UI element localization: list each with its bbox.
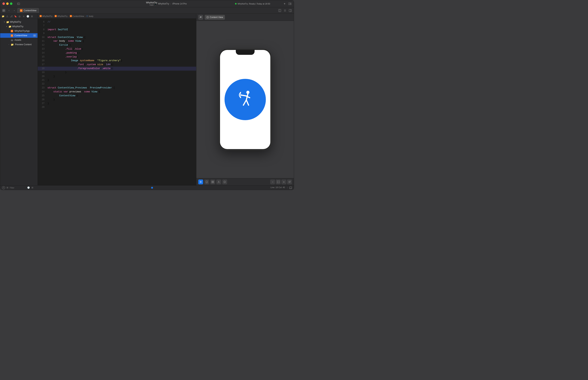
svg-text:i: i <box>225 181 225 183</box>
branch-icon[interactable]: ⎇ <box>10 15 13 18</box>
device-name: iPhone 14 Pro <box>172 2 187 5</box>
chevron-down-icon-2: ▾ <box>5 25 8 28</box>
zoom-in-button[interactable]: + <box>282 179 286 184</box>
iphone-screen <box>220 50 270 149</box>
filter-input[interactable] <box>10 186 25 190</box>
code-line-15: 15 .overlay( <box>38 55 196 59</box>
svg-marker-27 <box>201 181 201 182</box>
chevron-right-icon: › <box>8 43 10 46</box>
sidebar-item-assets[interactable]: ▾ 🗂 Assets <box>0 38 38 42</box>
titlebar-left-icons <box>17 2 20 5</box>
code-line-8: 8 import SwiftUI <box>38 28 196 32</box>
code-line-18: 18 .foregroundColor(.white)| <box>38 67 196 71</box>
history-icon[interactable]: 🕐 <box>26 15 29 18</box>
maximize-button[interactable] <box>10 2 12 5</box>
code-line-13: 13 .fill(.blue) <box>38 47 196 51</box>
titlebar: WhyNotTry main 📱 WhyNotTry › iPhone 14 P… <box>0 0 294 7</box>
svg-line-22 <box>243 100 246 105</box>
split-editor-icon[interactable] <box>278 8 282 13</box>
sidebar-item-app-label: WhyNotTryApp <box>15 30 30 32</box>
svg-rect-33 <box>213 182 214 183</box>
svg-rect-2 <box>288 3 290 5</box>
sidebar-item-assets-label: Assets <box>15 39 21 41</box>
zoom-reset-button[interactable] <box>287 179 292 184</box>
main-window: WhyNotTry main 📱 WhyNotTry › iPhone 14 P… <box>0 0 294 190</box>
tab-bar: S ContentView <box>18 8 39 13</box>
code-editor[interactable]: 6 // 7 8 import SwiftUI 9 <box>38 19 196 185</box>
list-view-icon[interactable] <box>283 8 287 13</box>
preview-bottom-left: i <box>198 179 227 184</box>
svg-point-34 <box>218 181 219 182</box>
code-line-17: 17 .font(.system(size: 144)) <box>38 63 196 67</box>
git-status-indicator <box>151 187 153 189</box>
svg-rect-0 <box>18 3 20 5</box>
sidebar-item-preview-content[interactable]: › 📁 Preview Content <box>0 42 38 47</box>
main-content: 📁 ⚠ ⎇ 🔖 ◎ ≡ 🕐 ⊟ ▾ 📁 WhyNotTry <box>0 14 294 185</box>
sidebar-item-whynottry-root[interactable]: ▾ 📁 WhyNotTry <box>0 20 38 24</box>
code-line-27: 27 } <box>38 102 196 106</box>
svg-rect-4 <box>290 4 291 5</box>
svg-rect-32 <box>212 182 213 183</box>
svg-rect-38 <box>289 187 292 189</box>
zoom-out-button[interactable]: − <box>270 179 275 184</box>
grid-view-icon[interactable] <box>2 8 6 13</box>
bookmark-icon[interactable]: 🔖 <box>14 15 17 18</box>
svg-rect-5 <box>3 9 4 10</box>
titlebar-right: + <box>283 2 292 5</box>
back-icon[interactable]: ‹ <box>7 8 11 13</box>
status-bar-right: Line: 18 Col: 45 | <box>270 186 292 189</box>
list-icon[interactable]: ≡ <box>22 15 25 18</box>
filter-sidebar-icon[interactable]: ⊟ <box>30 15 34 18</box>
code-line-24: 24 static var previews: some View { <box>38 90 196 94</box>
pin-button[interactable] <box>198 15 203 20</box>
close-button[interactable] <box>2 2 5 5</box>
forward-icon[interactable]: › <box>12 8 16 13</box>
sidebar-item-whynottry-group[interactable]: ▾ 📁 WhyNotTry <box>0 24 38 29</box>
status-bar-left: + ⊟ 🕐 ⊟ <box>2 186 34 190</box>
code-line-10: 10 struct ContentView: View { <box>38 36 196 39</box>
blue-circle <box>225 79 266 120</box>
sidebar-item-contentview[interactable]: ▾ S ContentView M <box>0 33 38 38</box>
play-preview-button[interactable] <box>198 179 203 184</box>
layout-toggle-icon[interactable] <box>288 2 292 5</box>
svg-rect-17 <box>207 17 208 18</box>
grid-preview-button[interactable] <box>210 179 215 184</box>
sidebar-toggle-icon[interactable] <box>17 2 20 5</box>
sidebar-item-label: WhyNotTry <box>10 21 21 23</box>
sidebar-item-contentview-label: ContentView <box>15 34 27 37</box>
info-preview-button[interactable]: i <box>222 179 227 184</box>
breadcrumb-whynottry-2: S WhyNotTry <box>55 15 68 17</box>
code-line-6: 6 // <box>38 20 196 24</box>
line-col-indicator: Line: 18 Col: 45 <box>270 186 285 189</box>
warning-status-icon[interactable]: ⊟ <box>31 186 34 189</box>
zoom-fit-button[interactable] <box>276 179 281 184</box>
svg-rect-14 <box>289 9 292 12</box>
preview-panel: Content View <box>196 14 294 185</box>
content-view-preview-button[interactable]: Content View <box>205 15 225 20</box>
code-line-12: 12 Circle() <box>38 43 196 47</box>
folder-icon[interactable]: 📁 <box>1 15 5 18</box>
add-file-button[interactable]: + <box>2 186 5 189</box>
svg-rect-7 <box>3 11 4 12</box>
editor-area: S WhyNotTry › S WhyNotTry › S ContentVie… <box>38 14 196 185</box>
minimize-button[interactable] <box>6 2 9 5</box>
warning-icon[interactable]: ⚠ <box>5 15 9 18</box>
sidebar-toolbar: 📁 ⚠ ⎇ 🔖 ◎ ≡ 🕐 ⊟ <box>0 14 38 19</box>
add-icon[interactable]: + <box>283 2 286 5</box>
code-line-23: 23 struct ContentView_Previews: PreviewP… <box>38 86 196 90</box>
tab-label: ContentView <box>24 9 37 12</box>
sidebar-item-preview-label: Preview Content <box>15 43 32 46</box>
clock-icon[interactable]: 🕐 <box>27 186 30 189</box>
svg-rect-3 <box>290 3 291 3</box>
svg-rect-30 <box>212 181 213 182</box>
location-icon[interactable]: ◎ <box>18 15 21 18</box>
inspector-icon[interactable] <box>288 8 292 13</box>
sidebar-item-app[interactable]: ▾ S WhyNotTryApp <box>0 29 38 33</box>
sidebar: 📁 ⚠ ⎇ 🔖 ◎ ≡ 🕐 ⊟ ▾ 📁 WhyNotTry <box>0 14 38 185</box>
person-preview-button[interactable] <box>216 179 221 184</box>
code-line-14: 14 .padding() <box>38 51 196 55</box>
swift-file-icon: S <box>20 9 22 12</box>
device-preview-button[interactable] <box>204 179 209 184</box>
content-view-tab[interactable]: S ContentView <box>18 8 39 13</box>
code-line-11: 11 var body: some View { <box>38 39 196 43</box>
